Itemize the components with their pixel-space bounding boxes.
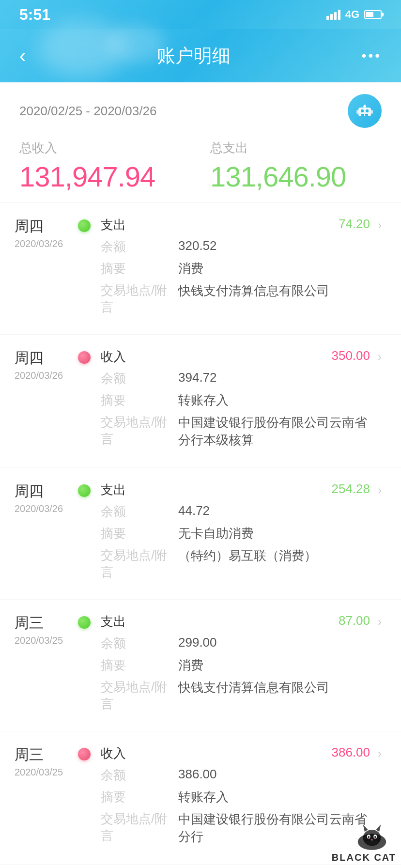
tx-details: 支出 74.20 余额 320.52 摘要 消费 交易地点/附言 快钱支付清算信…: [101, 217, 370, 321]
tx-amount: 254.28: [331, 481, 370, 498]
tx-balance-row: 余额 44.72: [101, 503, 370, 520]
summary-label: 摘要: [101, 789, 178, 806]
tx-type: 收入: [101, 348, 126, 365]
tx-date: 2020/03/25: [15, 635, 68, 646]
table-row[interactable]: 周四 2020/03/26 支出 74.20 余额 320.52 摘要 消费 交…: [0, 203, 401, 335]
tx-details: 支出 254.28 余额 44.72 摘要 无卡自助消费 交易地点/附言 （特约…: [101, 481, 370, 586]
svg-marker-11: [363, 824, 368, 832]
tx-date-col: 周三 2020/03/25: [15, 613, 68, 646]
tx-dot-col: [76, 348, 93, 364]
page-title: 账户明细: [157, 44, 231, 68]
chevron-right-icon: ›: [378, 745, 382, 760]
black-cat-watermark: BLACK CAT: [314, 815, 401, 868]
expense-amount: 131,646.90: [210, 160, 382, 193]
svg-point-17: [371, 839, 372, 841]
tx-day-name: 周四: [15, 481, 68, 501]
date-range[interactable]: 2020/02/25 - 2020/03/26: [19, 104, 156, 119]
black-cat-logo-icon: [348, 820, 396, 852]
tx-date-col: 周四 2020/03/26: [15, 217, 68, 249]
network-label: 4G: [345, 8, 359, 21]
tx-summary-row: 摘要 消费: [101, 657, 370, 674]
tx-type: 支出: [101, 481, 126, 498]
tx-balance: 394.72: [178, 370, 217, 387]
tx-day-name: 周三: [15, 745, 68, 765]
tx-location: 快钱支付清算信息有限公司: [178, 282, 370, 316]
tx-summary-row: 摘要 转账存入: [101, 789, 370, 806]
tx-location-row: 交易地点/附言 快钱支付清算信息有限公司: [101, 679, 370, 713]
back-button[interactable]: ‹: [19, 46, 26, 65]
tx-balance-row: 余额 386.00: [101, 767, 370, 784]
svg-point-10: [363, 830, 381, 846]
expense-col: 总支出 131,646.90: [210, 140, 382, 193]
date-range-row: 2020/02/25 - 2020/03/26: [19, 94, 382, 128]
tx-dot-col: [76, 481, 93, 497]
tx-day-name: 周三: [15, 613, 68, 633]
location-label: 交易地点/附言: [101, 414, 178, 449]
tx-type-row: 支出 87.00: [101, 613, 370, 630]
transactions-list: 周四 2020/03/26 支出 74.20 余额 320.52 摘要 消费 交…: [0, 203, 401, 865]
totals-row: 总收入 131,947.94 总支出 131,646.90: [19, 140, 382, 193]
tx-type: 支出: [101, 217, 126, 233]
expense-dot-icon: [78, 219, 91, 232]
table-row[interactable]: 周四 2020/03/26 支出 254.28 余额 44.72 摘要 无卡自助…: [0, 468, 401, 600]
summary-label: 摘要: [101, 657, 178, 674]
tx-amount: 87.00: [339, 613, 370, 630]
balance-label: 余额: [101, 370, 178, 387]
income-amount: 131,947.94: [19, 160, 191, 193]
svg-marker-12: [376, 824, 381, 832]
tx-balance: 386.00: [178, 767, 217, 784]
tx-type-row: 收入 386.00: [101, 745, 370, 762]
summary-section: 2020/02/25 - 2020/03/26 总收入 131,947.94 总…: [0, 82, 401, 203]
tx-balance-row: 余额 394.72: [101, 370, 370, 387]
balance-label: 余额: [101, 503, 178, 520]
tx-details: 收入 350.00 余额 394.72 摘要 转账存入 交易地点/附言 中国建设…: [101, 348, 370, 454]
tx-date: 2020/03/25: [15, 767, 68, 778]
location-label: 交易地点/附言: [101, 810, 178, 846]
table-row[interactable]: 周四 2020/03/26 收入 350.00 余额 394.72 摘要 转账存…: [0, 335, 401, 468]
tx-amount: 350.00: [331, 348, 370, 365]
tx-date: 2020/03/26: [15, 503, 68, 514]
tx-date: 2020/03/26: [15, 238, 68, 249]
svg-rect-8: [365, 114, 368, 116]
svg-rect-2: [366, 109, 369, 112]
tx-type-row: 支出 254.28: [101, 481, 370, 498]
robot-button[interactable]: [348, 94, 382, 128]
black-cat-label: BLACK CAT: [332, 852, 396, 863]
tx-date-col: 周四 2020/03/26: [15, 481, 68, 514]
svg-rect-5: [356, 110, 358, 114]
tx-amount: 386.00: [331, 745, 370, 762]
tx-date: 2020/03/26: [15, 370, 68, 381]
header: ‹ 账户明细 •••: [0, 29, 401, 82]
tx-dot-col: [76, 613, 93, 629]
chevron-right-icon: ›: [378, 217, 382, 232]
table-row[interactable]: 周三 2020/03/25 支出 87.00 余额 299.00 摘要 消费 交…: [0, 600, 401, 731]
expense-dot-icon: [78, 484, 91, 497]
summary-label: 摘要: [101, 260, 178, 277]
tx-type: 收入: [101, 745, 126, 762]
svg-rect-6: [371, 110, 373, 114]
tx-date-col: 周三 2020/03/25: [15, 745, 68, 778]
svg-point-15: [368, 836, 370, 838]
tx-day-name: 周四: [15, 217, 68, 236]
balance-label: 余额: [101, 767, 178, 784]
location-label: 交易地点/附言: [101, 282, 178, 316]
tx-location: 中国建设银行股份有限公司云南省分行本级核算: [178, 414, 370, 449]
svg-rect-7: [361, 114, 364, 116]
balance-label: 余额: [101, 238, 178, 255]
tx-summary-row: 摘要 消费: [101, 260, 370, 277]
tx-balance-row: 余额 299.00: [101, 635, 370, 652]
tx-summary: 转账存入: [178, 789, 229, 806]
more-button[interactable]: •••: [362, 48, 382, 63]
tx-summary: 消费: [178, 657, 203, 674]
chevron-right-icon: ›: [378, 481, 382, 497]
income-dot-icon: [78, 748, 91, 760]
tx-type-row: 收入 350.00: [101, 348, 370, 365]
tx-balance: 320.52: [178, 238, 217, 255]
income-label: 总收入: [19, 140, 191, 156]
tx-summary-row: 摘要 转账存入: [101, 392, 370, 409]
svg-rect-1: [361, 109, 364, 112]
balance-label: 余额: [101, 635, 178, 652]
expense-label: 总支出: [210, 140, 382, 156]
income-dot-icon: [78, 351, 91, 364]
tx-summary-row: 摘要 无卡自助消费: [101, 525, 370, 542]
